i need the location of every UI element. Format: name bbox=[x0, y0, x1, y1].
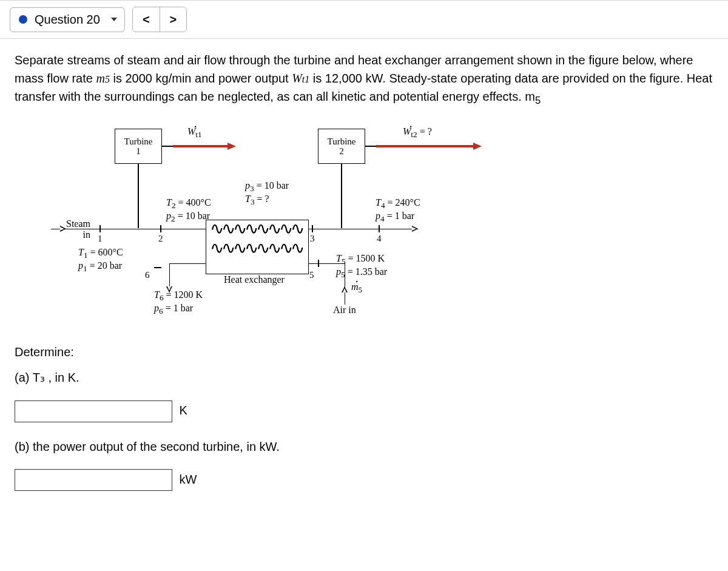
flow-arrow-icon bbox=[60, 226, 66, 232]
state-4: T4 = 240°C p4 = 1 bar bbox=[376, 197, 420, 223]
state-2: T2 = 400°C p2 = 10 bar bbox=[166, 197, 211, 223]
prompt-text: is 2000 kg/min and power output bbox=[110, 72, 292, 85]
node-6: 6 bbox=[145, 270, 150, 280]
question-nav-bar: Question 20 < > bbox=[0, 0, 728, 39]
hex-label: Heat exchanger bbox=[224, 274, 285, 285]
node-tick bbox=[154, 267, 161, 268]
answer-input-a[interactable] bbox=[15, 400, 172, 422]
var-wt1: Wt1 bbox=[292, 72, 309, 85]
prompt-sub: 5 bbox=[535, 95, 541, 106]
question-selector[interactable]: Question 20 bbox=[10, 7, 125, 32]
question-b: (b) the power output of the second turbi… bbox=[15, 436, 713, 458]
nav-button-group: < > bbox=[132, 7, 187, 32]
determine-label: Determine: bbox=[15, 341, 713, 363]
shaft-line bbox=[162, 146, 173, 147]
flow-arrow-icon bbox=[342, 286, 348, 292]
pipe bbox=[169, 263, 206, 264]
unit-b: kW bbox=[180, 473, 197, 486]
node-tick bbox=[160, 225, 161, 232]
chevron-left-icon: < bbox=[143, 13, 150, 27]
prev-button[interactable]: < bbox=[133, 7, 160, 32]
answer-input-b[interactable] bbox=[15, 469, 172, 491]
work-arrow-2 bbox=[376, 145, 473, 147]
state-1: T1 = 600°C p1 = 20 bar bbox=[78, 247, 123, 273]
state-3: p3 = 10 bar T3 = ? bbox=[245, 180, 289, 206]
node-3: 3 bbox=[310, 234, 315, 244]
work-arrow-1 bbox=[173, 145, 228, 147]
node-tick bbox=[379, 225, 380, 232]
coil-icon: ∿∿∿∿∿∿∿∿ bbox=[210, 238, 302, 258]
air-in-label: Air in bbox=[333, 305, 356, 316]
wt2-label: Wt2 = ? bbox=[403, 126, 432, 140]
content-area: Separate streams of steam and air flow t… bbox=[0, 39, 728, 503]
shaft-line bbox=[365, 146, 376, 147]
arrow-icon bbox=[228, 143, 236, 150]
pipe bbox=[341, 164, 342, 228]
question-label: Question 20 bbox=[35, 13, 100, 27]
figure-diagram: Turbine 1 Wt1 Turbine 2 Wt2 = ? Steam in… bbox=[51, 123, 524, 323]
prompt-text: Separate streams of steam and air flow t… bbox=[15, 53, 585, 67]
var-m5: m5 bbox=[96, 72, 109, 85]
pipe bbox=[138, 164, 139, 228]
state-5: T5 = 1500 K p5 = 1.35 bar bbox=[336, 253, 387, 279]
pipe bbox=[51, 229, 99, 229]
pipe bbox=[369, 229, 418, 229]
question-a: (a) T₃ , in K. bbox=[15, 367, 713, 388]
node-tick bbox=[312, 225, 313, 232]
turbine-2: Turbine 2 bbox=[318, 129, 365, 164]
turbine-1-label: Turbine 1 bbox=[124, 137, 153, 157]
wt1-label: Wt1 bbox=[187, 126, 202, 140]
turbine-2-label: Turbine 2 bbox=[328, 137, 356, 157]
chevron-right-icon: > bbox=[170, 13, 177, 27]
pipe bbox=[99, 229, 206, 229]
flow-arrow-icon bbox=[412, 226, 418, 232]
arrow-icon bbox=[473, 143, 482, 150]
turbine-1: Turbine 1 bbox=[115, 129, 162, 164]
next-button[interactable]: > bbox=[160, 7, 186, 32]
status-dot-icon bbox=[19, 15, 27, 24]
node-4: 4 bbox=[377, 234, 382, 244]
question-prompt: Separate streams of steam and air flow t… bbox=[15, 51, 713, 108]
chevron-down-icon bbox=[111, 18, 117, 21]
m5-label: m5 bbox=[351, 282, 362, 295]
node-1: 1 bbox=[98, 234, 103, 244]
node-5: 5 bbox=[309, 270, 314, 280]
pipe bbox=[309, 229, 376, 229]
node-tick bbox=[318, 260, 319, 267]
node-2: 2 bbox=[158, 234, 163, 244]
coil-icon: ∿∿∿∿∿∿∿∿ bbox=[210, 218, 302, 238]
steam-in-label: Steam in bbox=[66, 218, 90, 241]
state-6: T6 = 1200 K p6 = 1 bar bbox=[154, 289, 203, 316]
questions-block: Determine: (a) T₃ , in K. K (b) the powe… bbox=[15, 341, 713, 491]
unit-a: K bbox=[180, 404, 187, 417]
